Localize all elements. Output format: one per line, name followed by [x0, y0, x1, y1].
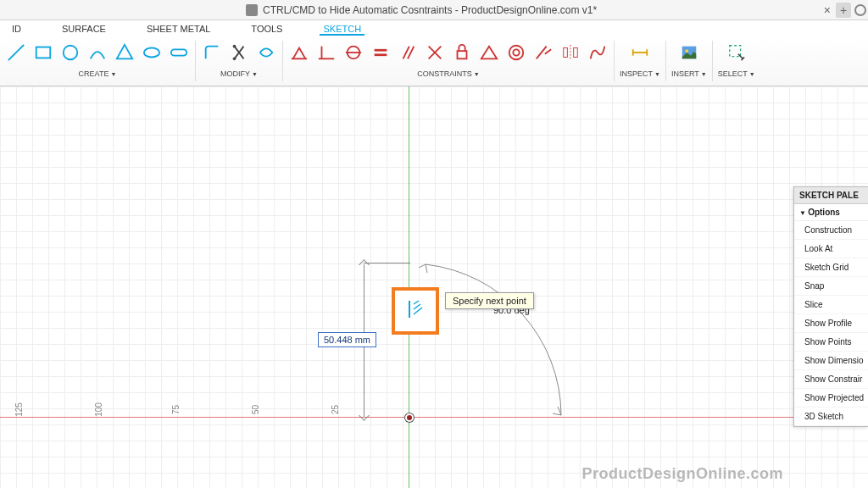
svg-line-22 [545, 49, 551, 54]
ruler-tick: 25 [331, 405, 340, 414]
watermark-text: ProductDesignOnline.com [581, 465, 783, 483]
create-dropdown[interactable]: CREATE▼ [79, 69, 117, 78]
symmetry-constraint-icon[interactable] [559, 42, 581, 64]
svg-point-3 [144, 48, 159, 58]
svg-point-6 [233, 58, 236, 61]
svg-line-0 [8, 45, 24, 60]
tab-solid[interactable]: ID [8, 22, 25, 36]
sketch-palette-panel[interactable]: SKETCH PALE Options Construction Look At… [793, 186, 868, 427]
ruler-tick: 125 [14, 402, 24, 417]
tab-sheet-metal[interactable]: SHEET METAL [143, 22, 214, 36]
ruler-tick: 75 [171, 405, 181, 414]
ellipse-tool-icon[interactable] [141, 42, 163, 64]
tab-surface[interactable]: SURFACE [58, 22, 109, 36]
select-group: SELECT▼ [713, 36, 760, 78]
document-icon [246, 4, 258, 16]
fix-constraint-icon[interactable] [451, 42, 473, 64]
document-title: CTRL/CMD to Hide Automatic Cosntraints -… [263, 4, 597, 16]
insert-group: INSERT▼ [666, 36, 712, 78]
rectangle-tool-icon[interactable] [32, 42, 54, 64]
inspect-group: INSPECT▼ [615, 36, 665, 78]
sketch-toolbar: CREATE▼ MODIFY▼ CONSTRAINTS▼ [0, 36, 868, 86]
fillet-tool-icon[interactable] [201, 42, 223, 64]
palette-item-sketch-grid[interactable]: Sketch Grid [794, 258, 868, 277]
svg-point-5 [233, 45, 236, 48]
palette-item-snap[interactable]: Snap [794, 277, 868, 296]
ruler-tick: 50 [251, 405, 260, 414]
svg-rect-18 [458, 51, 467, 58]
svg-point-30 [685, 49, 688, 53]
line-cursor-icon [407, 299, 424, 323]
constraints-group: CONSTRAINTS▼ [283, 36, 614, 78]
select-tool-icon[interactable] [726, 42, 748, 64]
coincident-constraint-icon[interactable] [342, 42, 364, 64]
svg-rect-25 [574, 48, 578, 58]
vertical-constraint-icon[interactable] [315, 42, 337, 64]
palette-item-show-points[interactable]: Show Points [794, 333, 868, 352]
trim-tool-icon[interactable] [228, 42, 250, 64]
constraints-dropdown[interactable]: CONSTRAINTS▼ [417, 69, 479, 78]
parallel-constraint-icon[interactable] [397, 42, 419, 64]
palette-item-show-projected[interactable]: Show Projected [794, 389, 868, 408]
dimension-extension-top [364, 263, 410, 263]
cursor-tooltip: Specify next point [445, 292, 534, 309]
palette-title: SKETCH PALE [794, 187, 868, 204]
svg-point-2 [64, 46, 78, 60]
select-dropdown[interactable]: SELECT▼ [718, 69, 755, 78]
cursor-highlight-box [392, 287, 439, 335]
perpendicular-constraint-icon[interactable] [424, 42, 446, 64]
palette-item-show-dimensions[interactable]: Show Dimensio [794, 352, 868, 370]
create-group: CREATE▼ [0, 36, 195, 78]
palette-item-3d-sketch[interactable]: 3D Sketch [794, 408, 868, 426]
svg-rect-24 [564, 48, 568, 58]
tab-sketch[interactable]: SKETCH [320, 22, 364, 36]
title-bar: CTRL/CMD to Hide Automatic Cosntraints -… [0, 0, 868, 20]
arc-tool-icon[interactable] [86, 42, 108, 64]
inspect-dropdown[interactable]: INSPECT▼ [620, 69, 660, 78]
workspace-tab-bar: ID SURFACE SHEET METAL TOOLS SKETCH [0, 20, 868, 36]
slot-tool-icon[interactable] [168, 42, 190, 64]
palette-item-show-profile[interactable]: Show Profile [794, 314, 868, 333]
measure-tool-icon[interactable] [629, 42, 651, 64]
dimension-arrow-top [359, 259, 370, 270]
new-tab-button[interactable]: + [836, 3, 851, 18]
sketch-canvas[interactable]: 50.448 mm 90.0 deg Specify next point 12… [0, 86, 868, 488]
curvature-constraint-icon[interactable] [587, 42, 609, 64]
extend-tool-icon[interactable] [255, 42, 277, 64]
palette-options-section[interactable]: Options [794, 204, 868, 221]
tangent-constraint-icon[interactable] [532, 42, 554, 64]
close-tab-button[interactable]: × [824, 3, 831, 17]
svg-rect-4 [171, 49, 186, 55]
palette-item-construction[interactable]: Construction [794, 221, 868, 240]
dimension-arrow-bottom [359, 410, 370, 421]
palette-item-show-constraints[interactable]: Show Constrair [794, 370, 868, 389]
horizontal-constraint-icon[interactable] [288, 42, 310, 64]
svg-point-19 [509, 46, 524, 60]
dimension-value-input[interactable]: 50.448 mm [318, 332, 376, 347]
svg-point-20 [513, 49, 519, 55]
app-status-icon [854, 4, 866, 16]
insert-image-icon[interactable] [678, 42, 700, 64]
svg-line-21 [537, 47, 547, 59]
midpoint-constraint-icon[interactable] [478, 42, 500, 64]
tab-tools[interactable]: TOOLS [248, 22, 286, 36]
svg-rect-1 [36, 47, 51, 58]
polygon-tool-icon[interactable] [114, 42, 136, 64]
circle-tool-icon[interactable] [59, 42, 81, 64]
equal-constraint-icon[interactable] [370, 42, 392, 64]
line-tool-icon[interactable] [5, 42, 27, 64]
ruler-tick: 100 [94, 402, 103, 417]
concentric-constraint-icon[interactable] [505, 42, 527, 64]
palette-item-slice[interactable]: Slice [794, 296, 868, 314]
insert-dropdown[interactable]: INSERT▼ [671, 69, 707, 78]
modify-group: MODIFY▼ [196, 36, 282, 78]
palette-item-look-at[interactable]: Look At [794, 240, 868, 258]
modify-dropdown[interactable]: MODIFY▼ [220, 69, 258, 78]
